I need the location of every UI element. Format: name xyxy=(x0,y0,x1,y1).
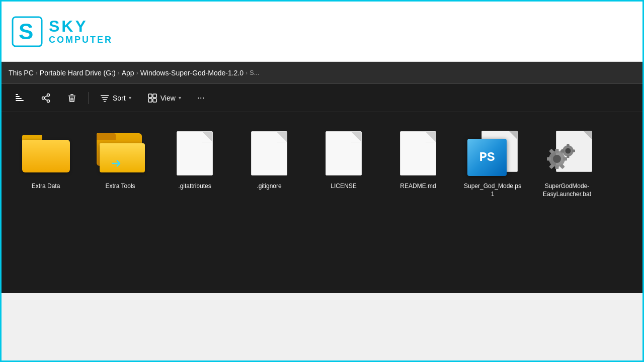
svg-point-36 xyxy=(566,148,571,154)
delete-icon xyxy=(67,93,77,103)
svg-rect-28 xyxy=(555,165,559,169)
folder-open-icon xyxy=(95,128,145,178)
file-label: .gitignore xyxy=(257,183,281,191)
rename-button[interactable] xyxy=(10,90,30,106)
svg-rect-22 xyxy=(153,94,156,98)
document-icon xyxy=(244,128,294,178)
batch-icon xyxy=(542,128,592,178)
logo-container: S SKY COMPUTER xyxy=(12,16,113,47)
logo-text: SKY COMPUTER xyxy=(49,18,113,45)
file-item-bat[interactable]: SuperGodMode-EasyLauncher.bat xyxy=(535,124,599,202)
document-icon xyxy=(393,128,443,178)
view-button[interactable]: View ▾ xyxy=(142,90,186,106)
svg-rect-39 xyxy=(572,150,575,152)
view-icon xyxy=(147,93,157,103)
folder-closed-icon xyxy=(21,128,71,178)
share-icon xyxy=(41,93,51,103)
gears-svg xyxy=(542,142,577,176)
svg-rect-30 xyxy=(547,157,551,161)
file-grid: Extra Data xyxy=(2,112,642,293)
more-options-label: ··· xyxy=(197,93,205,103)
svg-rect-3 xyxy=(16,100,24,101)
file-item-ps1[interactable]: PS Super_God_Mode.ps1 xyxy=(460,124,525,202)
svg-text:S: S xyxy=(19,19,33,44)
sort-icon xyxy=(100,93,110,103)
delete-button[interactable] xyxy=(62,90,82,106)
file-label: LICENSE xyxy=(331,183,356,191)
svg-line-10 xyxy=(44,96,47,98)
rename-icon xyxy=(15,93,25,103)
sort-button[interactable]: Sort ▾ xyxy=(95,90,136,106)
file-label: .gitattributes xyxy=(178,183,211,191)
breadcrumb-sep-4: › xyxy=(246,69,248,76)
breadcrumb-this-pc[interactable]: This PC xyxy=(9,69,34,77)
breadcrumb-this-pc-label: This PC xyxy=(9,69,34,77)
sort-label: Sort xyxy=(113,94,126,102)
breadcrumb-folder[interactable]: Windows-Super-God-Mode-1.2.0 xyxy=(140,69,244,77)
file-label: Extra Data xyxy=(32,183,60,191)
svg-line-11 xyxy=(44,99,47,101)
file-label: README.md xyxy=(400,183,436,191)
logo-sky-text: SKY xyxy=(49,18,113,35)
document-icon xyxy=(170,128,220,178)
svg-rect-5 xyxy=(16,96,20,97)
svg-point-9 xyxy=(42,97,45,99)
svg-rect-27 xyxy=(555,149,559,153)
svg-rect-12 xyxy=(68,96,75,97)
powershell-icon: PS xyxy=(467,128,518,178)
file-item-gitattributes[interactable]: .gitattributes xyxy=(163,124,227,195)
view-chevron-icon: ▾ xyxy=(179,95,181,101)
svg-rect-38 xyxy=(567,155,570,158)
breadcrumb-drive[interactable]: Portable Hard Drive (G:) xyxy=(40,69,116,77)
breadcrumb-bar: This PC › Portable Hard Drive (G:) › App… xyxy=(2,62,642,84)
svg-rect-40 xyxy=(561,150,564,152)
svg-rect-21 xyxy=(148,94,152,98)
breadcrumb-sep-1: › xyxy=(36,69,38,76)
file-label: Extra Tools xyxy=(105,183,135,191)
breadcrumb-truncated: S... xyxy=(250,69,260,76)
svg-rect-4 xyxy=(16,98,22,99)
file-item-license[interactable]: LICENSE xyxy=(311,124,376,195)
file-item-gitignore[interactable]: .gitignore xyxy=(237,124,301,195)
file-explorer: This PC › Portable Hard Drive (G:) › App… xyxy=(2,62,642,293)
view-label: View xyxy=(160,94,176,102)
breadcrumb-app-label: App xyxy=(122,69,134,77)
svg-rect-29 xyxy=(563,157,567,161)
svg-rect-23 xyxy=(148,99,152,102)
sky-logo-icon: S xyxy=(12,16,43,47)
file-label: Super_God_Mode.ps1 xyxy=(462,183,523,198)
breadcrumb-sep-2: › xyxy=(118,69,120,76)
svg-rect-6 xyxy=(16,94,18,95)
breadcrumb-app[interactable]: App xyxy=(122,69,134,77)
header: S SKY COMPUTER xyxy=(2,2,642,62)
file-item-extra-tools[interactable]: Extra Tools xyxy=(88,124,152,195)
toolbar: Sort ▾ View ▾ ··· xyxy=(2,84,642,112)
svg-rect-24 xyxy=(153,99,156,102)
more-options-button[interactable]: ··· xyxy=(192,89,210,106)
share-button[interactable] xyxy=(36,90,56,106)
document-icon xyxy=(318,128,369,178)
svg-rect-13 xyxy=(70,94,73,95)
sort-chevron-icon: ▾ xyxy=(129,95,131,101)
logo-computer-text: COMPUTER xyxy=(49,35,113,45)
file-item-extra-data[interactable]: Extra Data xyxy=(14,124,78,195)
svg-point-26 xyxy=(553,155,561,163)
toolbar-divider xyxy=(88,92,89,104)
breadcrumb-folder-label: Windows-Super-God-Mode-1.2.0 xyxy=(140,69,244,77)
svg-rect-37 xyxy=(567,144,570,147)
breadcrumb-sep-3: › xyxy=(136,69,138,76)
breadcrumb-drive-label: Portable Hard Drive (G:) xyxy=(40,69,116,77)
file-label: SuperGodMode-EasyLauncher.bat xyxy=(537,183,597,198)
file-item-readme[interactable]: README.md xyxy=(386,124,450,195)
